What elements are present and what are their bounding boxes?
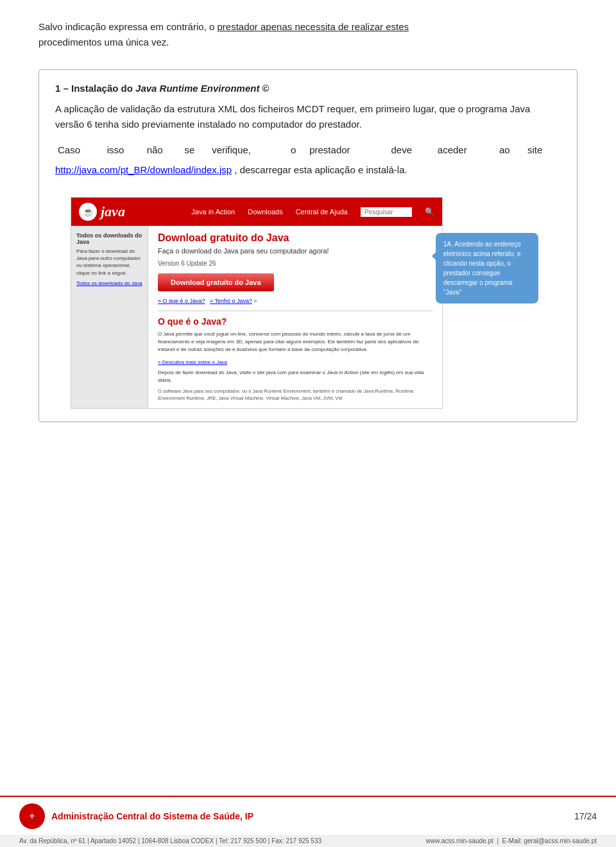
java-sidebar: Todos os downloads do Java Para fazer o … (71, 226, 148, 408)
se-word: se (182, 142, 210, 158)
search-icon: 🔍 (425, 207, 434, 216)
java-main-content: Download gratuito do Java Faça o downloa… (148, 226, 442, 408)
nao-word: não (144, 142, 182, 158)
footer-website: www.acss.min-saude.pt (426, 837, 493, 844)
ministry-logo-svg: + (21, 805, 44, 828)
section-title: 1 – Instalação do Java Runtime Environme… (55, 83, 561, 94)
java-link[interactable]: http://java.com/pt_BR/download/index.jsp (55, 164, 232, 175)
caso-paragraph: http://java.com/pt_BR/download/index.jsp… (55, 162, 561, 178)
aceder-word: aceder (435, 142, 497, 158)
what-is-java-title: O que é o Java? (158, 311, 432, 327)
intro-paragraph: Salvo indicação expressa em contrário, o… (38, 19, 578, 50)
nav-downloads: Downloads (248, 208, 282, 216)
caso-table: Caso isso não se verifique, o prestador … (55, 142, 561, 158)
java-coffee-icon: ☕ (79, 203, 97, 221)
nav-central-ajuda: Central de Ajuda (296, 208, 348, 216)
sidebar-title: Todos os downloads do Java (76, 232, 142, 245)
nav-java-in-action: Java in Action (191, 208, 235, 216)
svg-text:+: + (29, 810, 35, 821)
java-version: Version 6 Update 26 (158, 260, 432, 267)
deve-word: deve (389, 142, 435, 158)
java-header: ☕ java Java in Action Downloads Central … (71, 198, 442, 226)
intro-link[interactable]: prestador apenas necessita de realizar e… (217, 21, 409, 32)
section-box: 1 – Instalação do Java Runtime Environme… (38, 69, 578, 422)
footer: + Administração Central do Sistema de Sa… (0, 796, 616, 847)
footer-bottom: Av. da República, nº 61 | Apartado 14052… (0, 835, 616, 847)
have-java-link[interactable]: » Tenho o Java? (210, 298, 252, 304)
prestador-word: prestador (307, 142, 388, 158)
main-content: Salvo indicação expressa em contrário, o… (0, 0, 616, 518)
footer-address: Av. da República, nº 61 | Apartado 14052… (19, 837, 321, 844)
sidebar-link[interactable]: Todos os downloads do Java (76, 280, 142, 286)
java-screenshot: ☕ java Java in Action Downloads Central … (71, 197, 443, 409)
footer-top: + Administração Central do Sistema de Sa… (0, 797, 616, 835)
discover-java-link[interactable]: » Descubra mais sobre o Java (158, 359, 227, 365)
page-number: 17/24 (574, 811, 597, 821)
footer-org-name: Administração Central do Sistema de Saúd… (51, 811, 253, 821)
verifique-word: verifique, (209, 142, 288, 158)
java-search-input[interactable] (361, 207, 412, 217)
download-subtitle: Faça o download do Java para seu computa… (158, 247, 432, 255)
ao-word: ao (497, 142, 525, 158)
caso-word: Caso (55, 142, 105, 158)
java-body: Todos os downloads do Java Para fazer o … (71, 226, 442, 408)
java-logo: ☕ java (79, 203, 125, 221)
screenshot-wrapper: ☕ java Java in Action Downloads Central … (55, 184, 561, 409)
download-title: Download gratuito do Java (158, 232, 432, 244)
site-word: site (525, 142, 561, 158)
o-word: o (288, 142, 307, 158)
section-title-italic: Java Runtime Environment (135, 83, 259, 94)
java-logo-text: java (101, 203, 125, 220)
footer-logo-area: + Administração Central do Sistema de Sa… (19, 803, 253, 829)
java-more-text: Depois de fazer download do Java, visite… (158, 369, 432, 384)
java-links-row: » O que é o Java? » Tenho o Java? » (158, 298, 432, 304)
java-footer-text: O software Java para seu computador, ou … (158, 388, 432, 402)
footer-contact: www.acss.min-saude.pt | E-Mail: geral@ac… (426, 837, 597, 844)
footer-logo-icon: + (19, 803, 45, 829)
section-body: A aplicação de validação da estrutura XM… (55, 101, 561, 132)
footer-email: E-Mail: geral@acss.min-saude.pt (502, 837, 597, 844)
what-is-java-link[interactable]: » O que é o Java? (158, 298, 205, 304)
download-button[interactable]: Download gratuito do Java (158, 273, 274, 291)
isso-word: isso (105, 142, 144, 158)
java-nav: Java in Action Downloads Central de Ajud… (191, 207, 434, 217)
what-is-java-body: O Java permite que você jogue on-line, c… (158, 330, 432, 354)
tooltip-bubble: 1A. Acedendo ao endereço eletrónico acim… (436, 233, 538, 304)
sidebar-body: Para fazer o download do Java para outro… (76, 248, 142, 277)
